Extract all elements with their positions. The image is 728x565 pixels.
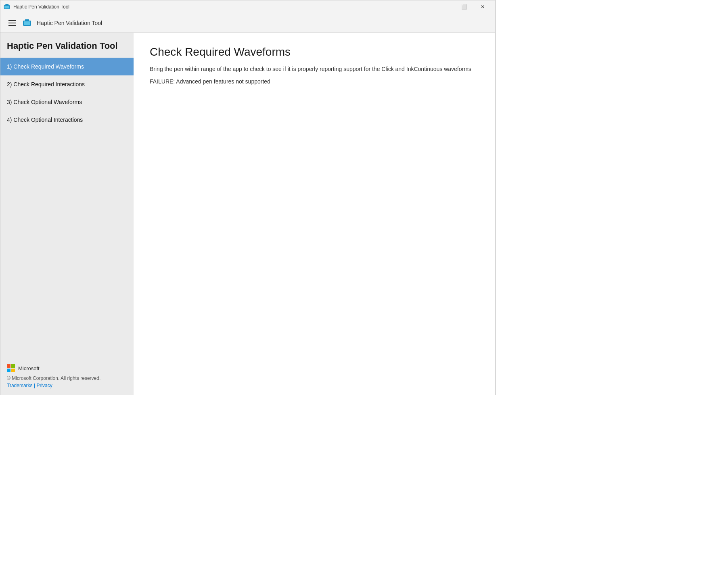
sidebar-footer: Microsoft © Microsoft Corporation. All r… [0,358,134,395]
hamburger-line-3 [8,25,16,26]
hamburger-line-2 [8,23,16,23]
content-description: Bring the pen within range of the app to… [150,65,479,73]
minimize-button[interactable]: — [436,0,455,13]
app-icon [4,4,10,10]
content-title: Check Required Waveforms [150,46,479,58]
svg-rect-6 [25,19,29,21]
header-title: Haptic Pen Validation Tool [37,20,102,26]
ms-square-blue [7,369,10,372]
microsoft-label: Microsoft [18,365,40,371]
nav-item-check-required-interactions[interactable]: 2) Check Required Interactions [0,75,134,93]
title-bar-left: Haptic Pen Validation Tool [4,4,69,10]
minimize-icon: — [443,4,448,10]
copyright-text: © Microsoft Corporation. All rights rese… [7,375,127,381]
nav-item-check-optional-waveforms[interactable]: 3) Check Optional Waveforms [0,93,134,111]
svg-rect-5 [24,21,30,25]
nav-item-label: 1) Check Required Waveforms [7,63,84,70]
trademarks-link[interactable]: Trademarks [7,383,33,388]
footer-links: Trademarks | Privacy [7,383,127,388]
svg-rect-3 [6,4,8,5]
close-icon: ✕ [481,4,485,10]
ms-logo-grid [7,364,15,372]
microsoft-logo: Microsoft [7,364,127,372]
maximize-icon: ⬜ [461,4,467,10]
title-bar-title: Haptic Pen Validation Tool [13,4,69,10]
content-area: Check Required Waveforms Bring the pen w… [134,33,495,395]
privacy-link[interactable]: Privacy [36,383,52,388]
maximize-button[interactable]: ⬜ [455,0,473,13]
ms-square-yellow [11,369,15,372]
title-bar-controls: — ⬜ ✕ [436,0,492,13]
header-app-icon [22,18,32,28]
title-bar: Haptic Pen Validation Tool — ⬜ ✕ [0,0,495,13]
content-status: FAILURE: Advanced pen features not suppo… [150,78,479,85]
ms-square-green [11,364,15,368]
hamburger-line-1 [8,20,16,21]
ms-square-red [7,364,10,368]
nav-item-check-required-waveforms[interactable]: 1) Check Required Waveforms [0,58,134,75]
svg-rect-2 [4,6,9,8]
sidebar-app-title: Haptic Pen Validation Tool [0,33,134,58]
sidebar: Haptic Pen Validation Tool 1) Check Requ… [0,33,134,395]
main-layout: Haptic Pen Validation Tool 1) Check Requ… [0,33,495,395]
nav-item-label: 2) Check Required Interactions [7,81,85,88]
nav-item-label: 3) Check Optional Waveforms [7,99,82,105]
hamburger-button[interactable] [7,19,17,27]
header-bar: Haptic Pen Validation Tool [0,13,495,33]
nav-item-check-optional-interactions[interactable]: 4) Check Optional Interactions [0,111,134,129]
nav-item-label: 4) Check Optional Interactions [7,117,83,123]
footer-separator: | [34,383,35,388]
close-button[interactable]: ✕ [473,0,492,13]
